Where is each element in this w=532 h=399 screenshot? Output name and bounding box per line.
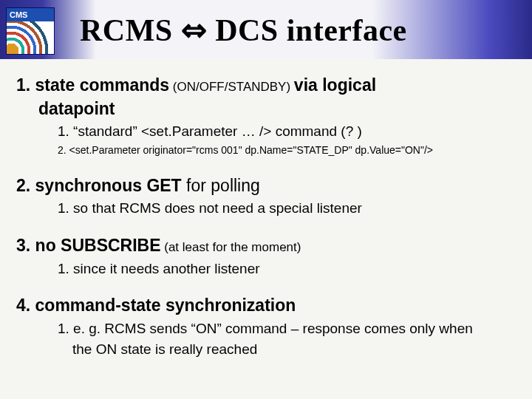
- item-number: 4.: [16, 296, 30, 315]
- sub-item: 2. <set.Parameter originator="rcms 001" …: [16, 143, 516, 158]
- item-tail: for polling: [182, 176, 260, 195]
- item-lead: synchronous GET: [35, 176, 182, 195]
- item-paren: (ON/OFF/STANDBY): [169, 80, 294, 94]
- item-number: 2.: [16, 176, 30, 195]
- sub-item: 1. since it needs another listener: [16, 259, 516, 279]
- list-item: 4. command-state synchronization: [16, 296, 516, 316]
- list-item: 2. synchronous GET for polling: [16, 176, 516, 197]
- list-item: 1. state commands (ON/OFF/STANDBY) via l…: [16, 75, 516, 96]
- sub-item: 1. “standard” <set.Parameter … /> comman…: [16, 122, 516, 141]
- sub-item: 1. so that RCMS does not need a special …: [16, 199, 516, 218]
- item-cont-text: datapoint: [38, 99, 115, 118]
- item-paren: (at least for the moment): [161, 240, 301, 254]
- cms-logo: CMS: [6, 7, 55, 55]
- page-title: RCMS ⇔ DCS interface: [80, 12, 407, 48]
- item-lead: command-state synchronization: [35, 296, 296, 315]
- sub-item-cont: the ON state is really reached: [16, 340, 516, 359]
- content-area: 1. state commands (ON/OFF/STANDBY) via l…: [0, 59, 532, 358]
- title-bar: CMS RCMS ⇔ DCS interface: [0, 0, 532, 59]
- logo-art-icon: [7, 21, 54, 54]
- item-number: 3.: [16, 236, 30, 255]
- item-lead: state commands: [35, 75, 170, 95]
- list-item: 3. no SUBSCRIBE (at least for the moment…: [16, 236, 516, 256]
- list-item-cont: datapoint: [16, 99, 516, 120]
- logo-label: CMS: [7, 8, 54, 21]
- item-tail: via logical: [294, 75, 376, 95]
- item-lead: no SUBSCRIBE: [35, 236, 161, 255]
- item-number: 1.: [16, 75, 30, 95]
- sub-item: 1. e. g. RCMS sends “ON” command – respo…: [16, 319, 516, 338]
